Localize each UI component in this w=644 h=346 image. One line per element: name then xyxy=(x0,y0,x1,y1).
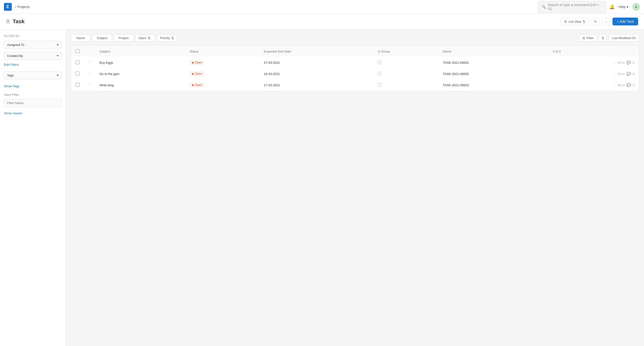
row-2-subject[interactable]: Go to the gym xyxy=(96,68,185,79)
filter-button[interactable]: ⊟ Filter xyxy=(579,34,597,42)
col-checkbox[interactable] xyxy=(72,46,83,57)
row-3-heart-cell[interactable]: ♡ xyxy=(84,80,95,90)
priority-chevron-icon: ⇅ xyxy=(171,36,174,40)
row-2-isgroup[interactable] xyxy=(374,68,438,79)
row-1-date: 27-03-2021 xyxy=(260,57,373,68)
row-3-status: Open xyxy=(186,80,259,90)
row-1-isgroup[interactable] xyxy=(374,57,438,68)
row-1-actions: - 33 m 💬 0 xyxy=(549,57,638,68)
row-1-comment-count: 0 xyxy=(633,61,634,64)
search-icon: 🔍 xyxy=(542,5,546,9)
help-menu[interactable]: Help ▾ xyxy=(618,5,628,9)
row-3-isgroup[interactable] xyxy=(374,80,438,90)
list-view-button[interactable]: ☰ List View ⇅ xyxy=(560,18,589,26)
row-3-dash: - xyxy=(615,83,616,87)
table-row: ♡ Buy Eggs Open 27-03-2021 TASK-2021-000… xyxy=(72,57,638,68)
row-1-actions-cell: - 33 m 💬 0 xyxy=(553,60,634,64)
row-2-checkbox-cell[interactable] xyxy=(72,68,83,79)
row-1-checkbox-cell[interactable] xyxy=(72,57,83,68)
col-status: Status xyxy=(186,46,259,57)
row-2-status-badge: Open xyxy=(190,71,204,76)
show-saved-link[interactable]: Show Saved xyxy=(4,112,62,115)
table-row: ♡ Write blog Open 17-03-2021 TASK-2021-0… xyxy=(72,80,638,90)
tags-select[interactable]: Tags xyxy=(4,71,62,80)
list-view-chevron-icon: ⇅ xyxy=(583,20,585,24)
search-placeholder-text: Search or type a command (Ctrl + G) xyxy=(548,3,603,11)
more-options-button[interactable]: ··· xyxy=(602,18,610,26)
topnav-right: 🔔 Help ▾ A xyxy=(609,3,640,11)
table-body: ♡ Buy Eggs Open 27-03-2021 TASK-2021-000… xyxy=(72,57,638,90)
row-2-heart-icon[interactable]: ♡ xyxy=(88,72,91,76)
last-modified-button[interactable]: Last Modified On xyxy=(609,34,639,42)
row-2-checkbox[interactable] xyxy=(76,72,80,76)
row-1-dash: - xyxy=(615,61,616,64)
save-filter-label: Save Filter xyxy=(4,93,62,96)
table-head: Subject Status Expected End Date Is Grou… xyxy=(72,46,638,57)
row-1-time: 33 m xyxy=(618,61,625,64)
edit-filters-link[interactable]: Edit Filters xyxy=(4,63,62,66)
breadcrumb-projects[interactable]: Projects xyxy=(17,5,30,9)
filter-bar: Name Subject Project Open ⇅ Priority ⇅ ⊟… xyxy=(71,34,639,42)
list-view-label: List View xyxy=(568,20,581,24)
col-end-date: Expected End Date xyxy=(260,46,373,57)
row-2-isgroup-checkbox xyxy=(378,72,382,76)
notification-bell-icon[interactable]: 🔔 xyxy=(609,4,615,10)
row-3-heart-icon[interactable]: ♡ xyxy=(88,83,91,87)
row-1-checkbox[interactable] xyxy=(76,60,80,64)
row-1-heart-icon[interactable]: ♡ xyxy=(88,60,91,65)
project-filter-chip[interactable]: Project xyxy=(114,34,134,42)
col-subject: Subject xyxy=(96,46,185,57)
search-bar[interactable]: 🔍 Search or type a command (Ctrl + G) xyxy=(538,1,606,13)
row-2-dash: - xyxy=(615,72,616,76)
filter-name-input[interactable] xyxy=(4,99,62,107)
row-1-name: TASK-2021-00001 xyxy=(439,57,548,68)
row-1-status-badge: Open xyxy=(190,60,204,65)
page-header: ☰ Task ☰ List View ⇅ ↻ ··· + Add Task xyxy=(0,14,644,30)
row-2-heart-cell[interactable]: ♡ xyxy=(84,68,95,79)
row-1-status-text: Open xyxy=(195,61,202,64)
main: Filter By Assigned To Created By Edit Fi… xyxy=(0,30,644,346)
row-3-date: 17-03-2021 xyxy=(260,80,373,90)
app-logo: E xyxy=(4,3,12,11)
table-area: Name Subject Project Open ⇅ Priority ⇅ ⊟… xyxy=(66,30,644,346)
refresh-button[interactable]: ↻ xyxy=(592,18,600,26)
status-filter-chip[interactable]: Open ⇅ xyxy=(135,34,155,42)
sort-button[interactable]: ⇅ xyxy=(599,34,607,42)
row-3-checkbox[interactable] xyxy=(76,83,80,87)
page: ☰ Task ☰ List View ⇅ ↻ ··· + Add Task Fi… xyxy=(0,14,644,346)
row-2-time: 33 m xyxy=(618,72,625,76)
row-2-actions: - 33 m 💬 0 xyxy=(549,68,638,79)
created-by-select[interactable]: Created By xyxy=(4,52,62,60)
row-2-date: 18-03-2021 xyxy=(260,68,373,79)
task-table: Subject Status Expected End Date Is Grou… xyxy=(71,46,639,91)
filter-icon: ⊟ xyxy=(582,36,585,40)
row-1-comment-icon[interactable]: 💬 xyxy=(627,60,631,64)
add-task-button[interactable]: + Add Task xyxy=(612,18,638,26)
row-1-subject[interactable]: Buy Eggs xyxy=(96,57,185,68)
row-3-checkbox-cell[interactable] xyxy=(72,80,83,90)
show-tags-link[interactable]: Show Tags xyxy=(4,84,62,88)
row-2-comment-icon[interactable]: 💬 xyxy=(627,72,631,76)
row-3-status-text: Open xyxy=(195,83,202,87)
row-1-heart-cell[interactable]: ♡ xyxy=(84,57,95,68)
row-1-isgroup-checkbox xyxy=(378,60,382,64)
help-label: Help xyxy=(618,5,626,9)
assigned-to-select[interactable]: Assigned To xyxy=(4,41,62,49)
row-2-status: Open xyxy=(186,68,259,79)
row-3-time: 50 m xyxy=(618,83,625,87)
row-3-status-dot xyxy=(192,84,194,86)
status-filter-value: Open xyxy=(138,36,146,40)
avatar[interactable]: A xyxy=(632,3,640,11)
priority-filter-chip[interactable]: Priority ⇅ xyxy=(157,34,177,42)
select-all-checkbox[interactable] xyxy=(76,49,80,53)
filter-by-label: Filter By xyxy=(4,34,62,38)
priority-filter-label: Priority xyxy=(160,36,170,40)
help-chevron-icon: ▾ xyxy=(627,5,628,9)
list-view-icon: ☰ xyxy=(564,20,567,24)
row-3-subject[interactable]: Write blog xyxy=(96,80,185,90)
subject-filter-chip[interactable]: Subject xyxy=(92,34,112,42)
sort-icon: ⇅ xyxy=(602,36,604,40)
menu-icon[interactable]: ☰ xyxy=(6,19,10,24)
name-filter-chip[interactable]: Name xyxy=(71,34,90,42)
row-3-comment-icon[interactable]: 💬 xyxy=(627,83,631,87)
